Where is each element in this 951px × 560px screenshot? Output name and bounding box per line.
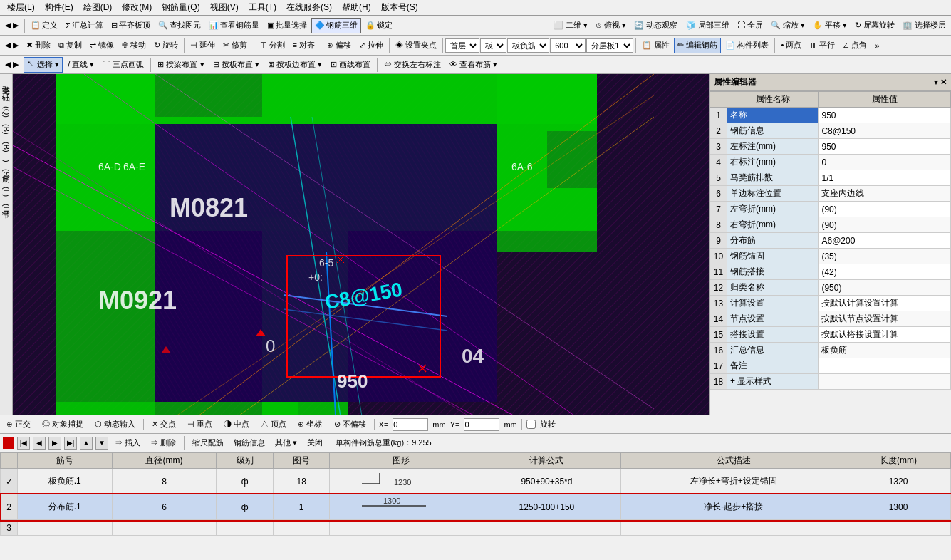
prop-value-cell[interactable]: (90) <box>819 217 951 233</box>
point-angle-btn[interactable]: ∠ 点角 <box>839 38 871 53</box>
menu-item-modify[interactable]: 修改(M) <box>118 0 156 15</box>
extend-btn[interactable]: ⊣ 延伸 <box>187 38 219 53</box>
snap-object[interactable]: ◎ 对象捕捉 <box>38 418 87 432</box>
prop-name-cell[interactable]: 钢筋锚固 <box>727 249 819 264</box>
rebar-length[interactable] <box>846 520 951 536</box>
two-point-btn[interactable]: • 两点 <box>777 38 805 53</box>
prop-name-cell[interactable]: 钢筋搭接 <box>727 264 819 280</box>
view-rebar-layout-btn[interactable]: 👁 查看布筋 ▾ <box>446 57 501 73</box>
align-btn[interactable]: ≡ 对齐 <box>289 38 318 53</box>
rotate-btn[interactable]: ↻ 旋转 <box>150 38 182 53</box>
view-rebar-btn[interactable]: 📊 查看钢筋量 <box>205 18 263 33</box>
parallel-btn[interactable]: ⫼ 平行 <box>806 38 838 53</box>
prop-value-cell[interactable]: 按默认计算设置计算 <box>819 296 951 311</box>
rebar-diameter[interactable]: 8 <box>112 469 217 494</box>
prop-name-cell[interactable]: 右弯折(mm) <box>727 217 819 233</box>
snap-vertex[interactable]: △ 顶点 <box>257 418 290 432</box>
prop-name-cell[interactable]: 节点设置 <box>727 311 819 327</box>
prop-value-cell[interactable]: (950) <box>819 280 951 296</box>
rebar-diameter[interactable]: 6 <box>112 494 217 520</box>
more-btn[interactable]: » <box>871 38 883 53</box>
sidebar-b[interactable]: (B) <box>1 121 12 138</box>
prop-name-cell[interactable]: 分布筋 <box>727 233 819 249</box>
rebar-formula[interactable]: 1250-100+150 <box>472 494 621 520</box>
collapse-btn[interactable]: ◀ ▶ <box>1 18 22 33</box>
lock-btn[interactable]: 🔒 锁定 <box>362 18 396 33</box>
move-btn[interactable]: ✙ 移动 <box>118 38 150 53</box>
prop-name-cell[interactable]: 汇总信息 <box>727 343 819 358</box>
prop-name-cell[interactable]: + 显示样式 <box>727 374 819 390</box>
mirror-btn[interactable]: ⇌ 镜像 <box>86 38 118 53</box>
find-btn[interactable]: 🔍 查找图元 <box>155 18 204 33</box>
arc-tool-btn[interactable]: ⌒ 三点画弧 <box>99 57 147 73</box>
copy-btn[interactable]: ⧉ 复制 <box>55 38 85 53</box>
rebar-shape-num[interactable] <box>273 520 330 536</box>
stretch-btn[interactable]: ⤢ 拉伸 <box>355 38 387 53</box>
screen-rotate-btn[interactable]: ↻ 屏幕旋转 <box>851 18 898 33</box>
prop-value-cell[interactable]: 1/1 <box>819 170 951 186</box>
by-beam-btn[interactable]: ⊞ 按梁布置 ▾ <box>154 57 207 73</box>
prop-value-cell[interactable]: 板负筋 <box>819 343 951 358</box>
nav-down[interactable]: ▼ <box>95 437 108 450</box>
offset-btn[interactable]: ⊕ 偏移 <box>323 38 355 53</box>
prop-value-cell[interactable]: (42) <box>819 264 951 280</box>
split-btn[interactable]: ⊤ 分割 <box>256 38 289 53</box>
delete-btn[interactable]: ✖ 删除 <box>23 38 54 53</box>
sidebar-bracket[interactable]: ) <box>1 157 12 165</box>
coord-y-input[interactable] <box>464 418 499 431</box>
prop-name-cell[interactable]: 左标注(mm) <box>727 139 819 155</box>
menu-item-tools[interactable]: 工具(T) <box>244 0 281 15</box>
sidebar-band[interactable]: 带(H) <box>0 201 13 217</box>
rebar-length[interactable]: 1300 <box>846 494 951 520</box>
rebar-formula[interactable] <box>472 520 621 536</box>
scale-rebar-btn[interactable]: 缩尺配筋 <box>189 435 227 451</box>
panel-controls[interactable]: ▾ ✕ <box>934 78 947 87</box>
rebar-grade[interactable] <box>217 520 274 536</box>
menu-item-rebar-qty[interactable]: 钢筋量(Q) <box>157 0 204 15</box>
prop-value-cell[interactable]: 0 <box>819 155 951 170</box>
prop-name-cell[interactable]: 钢筋信息 <box>727 123 819 139</box>
rebar-desc[interactable]: 左净长+弯折+设定锚固 <box>621 469 846 494</box>
prop-value-cell[interactable] <box>819 358 951 374</box>
by-edge-btn[interactable]: ⊠ 按板边布置 ▾ <box>264 57 326 73</box>
prop-value-cell[interactable]: 按默认节点设置计算 <box>819 311 951 327</box>
rebar-diameter[interactable] <box>112 520 217 536</box>
rebar-name[interactable]: 分布筋.1 <box>18 494 113 520</box>
batch-select-btn[interactable]: ▣ 批量选择 <box>264 18 311 33</box>
snap-intersect[interactable]: ✕ 交点 <box>148 418 180 432</box>
prop-value-cell[interactable]: 支座内边线 <box>819 186 951 202</box>
sidebar-f[interactable]: (F) <box>1 184 12 199</box>
rebar-shape-num[interactable]: 18 <box>273 469 330 494</box>
rebar-shape-num[interactable]: 1 <box>273 494 330 520</box>
menu-item-help[interactable]: 帮助(H) <box>338 0 375 15</box>
prop-name-cell[interactable]: 右标注(mm) <box>727 155 819 170</box>
snap-no-offset[interactable]: ⊘ 不偏移 <box>331 418 370 432</box>
snap-coord[interactable]: ⊕ 坐标 <box>294 418 326 432</box>
floor-select[interactable]: 首层 <box>445 38 479 53</box>
draw-line-btn[interactable]: ⊡ 画线布置 <box>327 57 374 73</box>
align-top-btn[interactable]: ⊟ 平齐板顶 <box>108 18 154 33</box>
fullscreen-btn[interactable]: ⛶ 全屏 <box>734 18 766 33</box>
prop-value-cell[interactable] <box>819 374 951 390</box>
prop-value-cell[interactable]: 950 <box>819 108 951 123</box>
rebar-grade[interactable]: ф <box>217 494 274 520</box>
prop-name-cell[interactable]: 备注 <box>727 358 819 374</box>
coord-x-input[interactable] <box>393 418 428 431</box>
dynamic-observe-btn[interactable]: 🔄 动态观察 <box>630 18 681 33</box>
rebar-3d-btn[interactable]: 🔷 钢筋三维 <box>311 18 361 33</box>
component-select[interactable]: 板 <box>480 38 506 53</box>
select-floor-btn[interactable]: 🏢 选择楼层 <box>899 18 950 33</box>
nav-last[interactable]: ▶| <box>64 437 77 450</box>
properties-btn[interactable]: 📋 属性 <box>638 38 673 53</box>
trim-btn[interactable]: ✂ 修剪 <box>219 38 251 53</box>
rotate-checkbox[interactable] <box>526 420 536 429</box>
snap-ortho[interactable]: ⊕ 正交 <box>3 418 34 432</box>
prop-name-cell[interactable]: 马凳筋排数 <box>727 170 819 186</box>
collapse-btn-3[interactable]: ◀ ▶ <box>1 57 22 73</box>
prop-value-cell[interactable]: (90) <box>819 202 951 217</box>
sidebar-foundation[interactable]: 础(M) <box>0 84 13 102</box>
layer-select[interactable]: 分层板1 <box>586 38 633 53</box>
nav-first[interactable]: |◀ <box>17 437 30 450</box>
component-list-btn[interactable]: 📄 构件列表 <box>722 38 772 53</box>
by-slab-btn[interactable]: ⊟ 按板布置 ▾ <box>209 57 263 73</box>
